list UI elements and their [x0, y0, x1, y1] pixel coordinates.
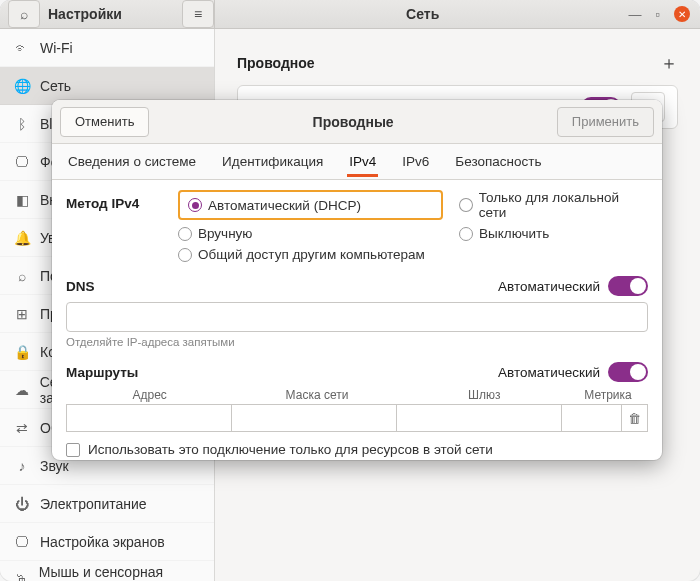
wired-heading: Проводное	[237, 55, 315, 71]
radio-shared[interactable]: Общий доступ другим компьютерам	[178, 247, 648, 262]
routes-auto-label: Автоматический	[498, 365, 600, 380]
route-gateway-input[interactable]	[397, 404, 562, 432]
add-connection-button[interactable]: ＋	[660, 51, 678, 75]
col-metric: Метрика	[568, 388, 648, 402]
close-button[interactable]: ✕	[674, 6, 690, 22]
radio-dot-icon	[459, 198, 473, 212]
settings-title: Настройки	[48, 6, 174, 22]
dns-auto-toggle[interactable]	[608, 276, 648, 296]
sidebar-item-wifi[interactable]: ᯤWi-Fi	[0, 29, 214, 67]
desktop-icon: 🖵	[14, 154, 30, 170]
radio-manual[interactable]: Вручную	[178, 226, 443, 241]
sidebar-item-mouse[interactable]: 🖰Мышь и сенсорная панель	[0, 561, 214, 581]
col-netmask: Маска сети	[233, 388, 400, 402]
titlebar: ⌕ Настройки ≡ Сеть — ▫ ✕	[0, 0, 700, 29]
radio-dot-icon	[188, 198, 202, 212]
menu-icon: ≡	[194, 6, 202, 22]
hamburger-button[interactable]: ≡	[182, 0, 214, 28]
ipv4-method-label: Метод IPv4	[66, 190, 162, 262]
close-icon: ✕	[678, 9, 686, 20]
radio-dot-icon	[178, 227, 192, 241]
col-gateway: Шлюз	[401, 388, 568, 402]
tab-identity[interactable]: Идентификация	[220, 146, 325, 177]
trash-icon: 🗑	[628, 411, 641, 426]
minimize-button[interactable]: —	[628, 7, 641, 22]
cancel-button[interactable]: Отменить	[60, 107, 149, 137]
search-icon: ⌕	[20, 6, 28, 22]
sidebar-item-power[interactable]: ⏻Электропитание	[0, 485, 214, 523]
apps-icon: ⊞	[14, 306, 30, 322]
dns-input[interactable]	[66, 302, 648, 332]
routes-label: Маршруты	[66, 365, 138, 380]
col-address: Адрес	[66, 388, 233, 402]
sound-icon: ♪	[14, 458, 30, 474]
cloud-icon: ☁	[14, 382, 30, 398]
radio-dot-icon	[459, 227, 473, 241]
radio-link-local[interactable]: Только для локальной сети	[459, 190, 648, 220]
tab-details[interactable]: Сведения о системе	[66, 146, 198, 177]
dialog-tabs: Сведения о системе Идентификация IPv4 IP…	[52, 144, 662, 180]
route-netmask-input[interactable]	[232, 404, 397, 432]
bell-icon: 🔔	[14, 230, 30, 246]
mouse-icon: 🖰	[14, 572, 29, 582]
route-row: 🗑	[66, 404, 648, 432]
dialog-content: Метод IPv4 Автоматический (DHCP) Только …	[52, 180, 662, 460]
maximize-button[interactable]: ▫	[655, 7, 660, 22]
share-icon: ⇄	[14, 420, 30, 436]
route-delete-button[interactable]: 🗑	[622, 404, 648, 432]
radio-auto-dhcp[interactable]: Автоматический (DHCP)	[178, 190, 443, 220]
dialog-titlebar: Отменить Проводные Применить	[52, 100, 662, 144]
appearance-icon: ◧	[14, 192, 30, 208]
wifi-icon: ᯤ	[14, 40, 30, 56]
connection-dialog: Отменить Проводные Применить Сведения о …	[52, 100, 662, 460]
dns-hint: Отделяйте IP-адреса запятыми	[66, 336, 648, 348]
sidebar-item-label: Электропитание	[40, 496, 147, 512]
bluetooth-icon: ᛒ	[14, 116, 30, 132]
dns-label: DNS	[66, 279, 95, 294]
route-address-input[interactable]	[66, 404, 232, 432]
radio-disable[interactable]: Выключить	[459, 226, 648, 241]
sidebar-item-label: Wi-Fi	[40, 40, 73, 56]
sidebar-item-label: Сеть	[40, 78, 71, 94]
apply-button[interactable]: Применить	[557, 107, 654, 137]
dns-auto-label: Автоматический	[498, 279, 600, 294]
power-icon: ⏻	[14, 496, 30, 512]
page-title: Сеть	[225, 6, 620, 22]
tab-security[interactable]: Безопасность	[453, 146, 543, 177]
dialog-title: Проводные	[149, 114, 556, 130]
route-metric-input[interactable]	[562, 404, 622, 432]
tab-ipv4[interactable]: IPv4	[347, 146, 378, 177]
display-icon: 🖵	[14, 534, 30, 550]
routes-header: Адрес Маска сети Шлюз Метрика	[66, 388, 648, 402]
lock-icon: 🔒	[14, 344, 30, 360]
search-icon: ⌕	[14, 268, 30, 284]
routes-auto-toggle[interactable]	[608, 362, 648, 382]
sidebar-item-label: Настройка экранов	[40, 534, 165, 550]
only-resources-checkbox[interactable]	[66, 443, 80, 457]
tab-ipv6[interactable]: IPv6	[400, 146, 431, 177]
only-resources-label: Использовать это подключение только для …	[88, 442, 493, 457]
sidebar-item-label: Мышь и сенсорная панель	[39, 564, 200, 582]
sidebar-item-displays[interactable]: 🖵Настройка экранов	[0, 523, 214, 561]
radio-dot-icon	[178, 248, 192, 262]
globe-icon: 🌐	[14, 78, 30, 94]
search-button[interactable]: ⌕	[8, 0, 40, 28]
